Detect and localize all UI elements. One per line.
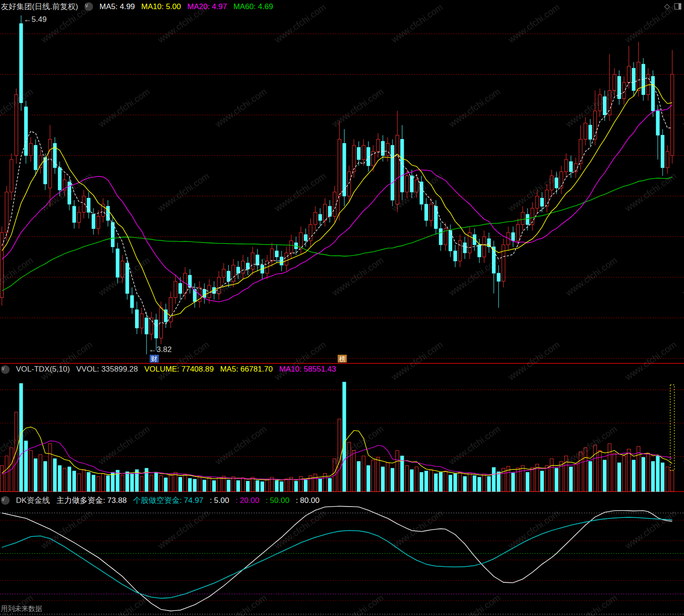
marker-bang-badge[interactable]: 榜 — [338, 355, 347, 362]
ma5-value: MA5: 4.99 — [99, 2, 135, 11]
volume-pane-header: ∨ VOL-TDX(5,10) VVOL: 335899.28 VOLUME: … — [1, 365, 336, 374]
stock-title: 友好集团(日线.前复权) — [1, 1, 78, 12]
dk-short-value: 个股做空资金: 74.97 — [133, 495, 204, 506]
vol-indicator-name: VOL-TDX(5,10) — [16, 365, 70, 374]
dk-lines — [2, 506, 672, 611]
ma10-value: MA10: 5.00 — [141, 2, 181, 11]
panel-layout-icon[interactable] — [674, 3, 681, 10]
dk-level-20: : 20.00 — [235, 496, 259, 505]
price-annotations: ←5.49←3.82 — [24, 15, 172, 354]
dk-long-value: 主力做多资金: 73.88 — [57, 495, 127, 506]
chart-window: www.cfchi.comwww.cfchi.comwww.cfchi.comw… — [0, 0, 684, 616]
stock-chart-canvas[interactable]: ←5.49←3.82 — [0, 0, 684, 616]
vol-ma5-value: MA5: 66781.70 — [220, 365, 272, 374]
dk-level-5: : 5.00 — [210, 496, 230, 505]
vol-ma10-value: MA10: 58551.43 — [279, 365, 336, 374]
dk-level-50: : 50.00 — [266, 496, 289, 505]
dk-indicator-name: DK资金线 — [16, 495, 50, 506]
marker-cai-badge[interactable]: 财 — [150, 355, 159, 362]
svg-text:←3.82: ←3.82 — [149, 345, 172, 354]
diamond-icon[interactable]: ◇ — [664, 2, 670, 10]
chevron-down-icon[interactable]: ∨ — [1, 365, 10, 374]
svg-text:←5.49: ←5.49 — [24, 15, 47, 24]
future-data-notice: 用到未来数据 — [1, 605, 42, 613]
dk-pane-header: ∨ DK资金线 主力做多资金: 73.88 个股做空资金: 74.97 : 5.… — [1, 495, 319, 506]
ma20-value: MA20: 4.97 — [188, 2, 227, 11]
dk-level-80: : 80.00 — [296, 496, 319, 505]
ma60-value: MA60: 4.69 — [233, 2, 273, 11]
chevron-down-icon[interactable]: ∨ — [84, 2, 93, 11]
vvol-value: VVOL: 335899.28 — [76, 365, 138, 374]
price-pane-header: 友好集团(日线.前复权) ∨ MA5: 4.99 MA10: 5.00 MA20… — [1, 1, 273, 12]
vvol-projection-box — [670, 385, 674, 471]
candlesticks — [0, 16, 674, 354]
chevron-down-icon[interactable]: ∨ — [1, 496, 10, 505]
window-controls: ◇ — [664, 2, 681, 10]
volume-bars — [0, 382, 674, 492]
volume-value: VOLUME: 77408.89 — [144, 365, 214, 374]
gridlines — [0, 34, 684, 614]
